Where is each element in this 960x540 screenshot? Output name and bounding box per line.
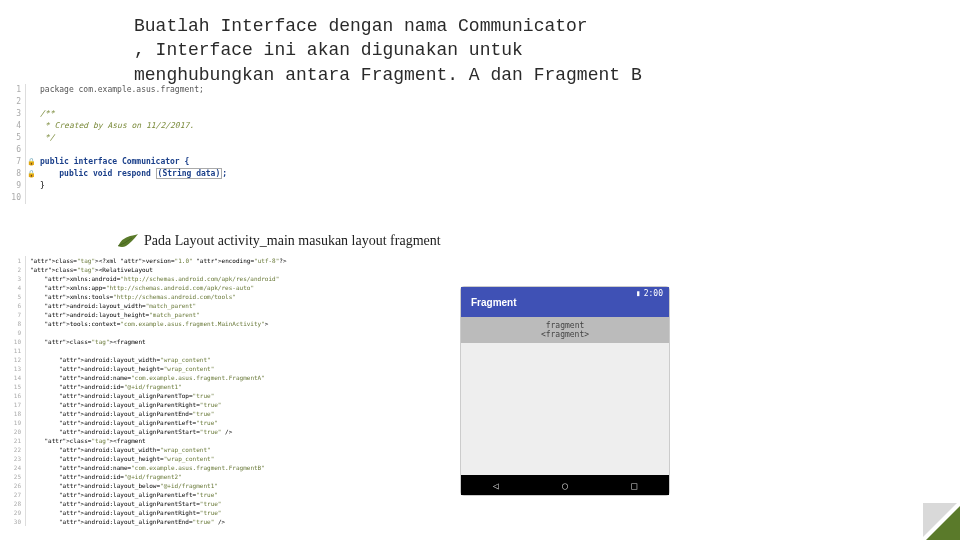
line-number: 25 (0, 472, 26, 481)
java-code-block: 1package com.example.asus.fragment;23/**… (0, 84, 340, 204)
leaf-icon (116, 232, 140, 250)
code-line: */ (36, 132, 54, 144)
status-bar: ▮ 2:00 (636, 289, 663, 298)
code-line: "attr">android:layout_below="@+id/fragme… (26, 481, 218, 490)
line-number: 10 (0, 337, 26, 346)
code-line: package com.example.asus.fragment; (36, 84, 204, 96)
nav-back-icon: ◁ (493, 480, 499, 491)
code-line: "attr">xmlns:app="http://schemas.android… (26, 283, 254, 292)
line-number: 9 (0, 180, 26, 192)
line-number: 13 (0, 364, 26, 373)
heading-line-2: , Interface ini akan digunakan untuk (134, 38, 920, 62)
line-number: 10 (0, 192, 26, 204)
app-bar: Fragment ▮ 2:00 (461, 287, 669, 317)
android-preview: Fragment ▮ 2:00 fragment <fragment> ◁ ○ … (460, 286, 670, 496)
line-number: 21 (0, 436, 26, 445)
code-line: "attr">class="tag"><?xml "attr">version=… (26, 256, 287, 265)
code-line: "attr">android:layout_height="wrap_conte… (26, 364, 214, 373)
code-line: * Created by Asus on 11/2/2017. (36, 120, 194, 132)
line-number: 26 (0, 481, 26, 490)
code-line: "attr">android:layout_alignParentEnd="tr… (26, 409, 214, 418)
code-line: "attr">android:layout_width="match_paren… (26, 301, 196, 310)
code-line: "attr">android:layout_height="match_pare… (26, 310, 200, 319)
line-number: 15 (0, 382, 26, 391)
line-number: 14 (0, 373, 26, 382)
line-number: 20 (0, 427, 26, 436)
code-line: "attr">android:layout_alignParentLeft="t… (26, 418, 218, 427)
code-line: "attr">android:layout_width="wrap_conten… (26, 445, 211, 454)
code-line: public void respond (String data); (36, 168, 227, 180)
line-number: 6 (0, 144, 26, 156)
code-line: "attr">android:id="@+id/fragment1" (26, 382, 182, 391)
subheading-text: Pada Layout activity_main masukan layout… (144, 233, 441, 249)
line-number: 7 (0, 156, 26, 168)
line-number: 1 (0, 256, 26, 265)
code-line: "attr">android:name="com.example.asus.fr… (26, 463, 265, 472)
line-number: 18 (0, 409, 26, 418)
code-line: public interface Communicator { (36, 156, 189, 168)
line-number: 11 (0, 346, 26, 355)
code-line: "attr">xmlns:android="http://schemas.and… (26, 274, 279, 283)
line-number: 22 (0, 445, 26, 454)
code-line: "attr">tools:context="com.example.asus.f… (26, 319, 268, 328)
line-number: 19 (0, 418, 26, 427)
line-number: 30 (0, 517, 26, 526)
line-number: 29 (0, 508, 26, 517)
line-number: 28 (0, 499, 26, 508)
line-number: 24 (0, 463, 26, 472)
line-number: 17 (0, 400, 26, 409)
page-corner (926, 506, 960, 540)
code-line: "attr">android:layout_width="wrap_conten… (26, 355, 211, 364)
code-line: "attr">android:id="@+id/fragment2" (26, 472, 182, 481)
code-line: "attr">android:name="com.example.asus.fr… (26, 373, 265, 382)
code-line: "attr">android:layout_alignParentTop="tr… (26, 391, 214, 400)
line-number: 2 (0, 265, 26, 274)
nav-bar: ◁ ○ □ (461, 475, 669, 495)
line-number: 5 (0, 132, 26, 144)
line-number: 3 (0, 108, 26, 120)
app-title: Fragment (471, 297, 517, 308)
code-line: "attr">android:layout_alignParentRight="… (26, 508, 222, 517)
line-number: 23 (0, 454, 26, 463)
line-number: 12 (0, 355, 26, 364)
line-number: 4 (0, 283, 26, 292)
code-line: } (36, 180, 45, 192)
gutter-icon: 🔒 (26, 168, 36, 180)
code-line: "attr">android:layout_alignParentRight="… (26, 400, 222, 409)
code-line: "attr">android:layout_alignParentStart="… (26, 499, 222, 508)
line-number: 1 (0, 84, 26, 96)
heading-line-1: Buatlah Interface dengan nama Communicat… (134, 14, 920, 38)
code-line: "attr">class="tag"><fragment (26, 436, 146, 445)
clock-text: 2:00 (644, 289, 663, 298)
line-number: 2 (0, 96, 26, 108)
line-number: 8 (0, 168, 26, 180)
signal-icon: ▮ (636, 289, 641, 298)
xml-code-block: 1"attr">class="tag"><?xml "attr">version… (0, 256, 430, 526)
line-number: 3 (0, 274, 26, 283)
code-line: "attr">android:layout_alignParentEnd="tr… (26, 517, 225, 526)
code-line: /** (36, 108, 54, 120)
code-line: "attr">android:layout_alignParentLeft="t… (26, 490, 218, 499)
code-line: "attr">xmlns:tools="http://schemas.andro… (26, 292, 236, 301)
line-number: 7 (0, 310, 26, 319)
fragment-a-placeholder: fragment <fragment> (461, 317, 669, 343)
code-line: "attr">class="tag"><RelativeLayout (26, 265, 153, 274)
code-line: "attr">android:layout_alignParentStart="… (26, 427, 232, 436)
line-number: 8 (0, 319, 26, 328)
line-number: 9 (0, 328, 26, 337)
code-line: "attr">android:layout_height="wrap_conte… (26, 454, 214, 463)
nav-home-icon: ○ (562, 480, 568, 491)
line-number: 5 (0, 292, 26, 301)
nav-recent-icon: □ (631, 480, 637, 491)
line-number: 27 (0, 490, 26, 499)
line-number: 16 (0, 391, 26, 400)
line-number: 4 (0, 120, 26, 132)
code-line: "attr">class="tag"><fragment (26, 337, 146, 346)
heading-text: Buatlah Interface dengan nama Communicat… (134, 14, 920, 87)
line-number: 6 (0, 301, 26, 310)
